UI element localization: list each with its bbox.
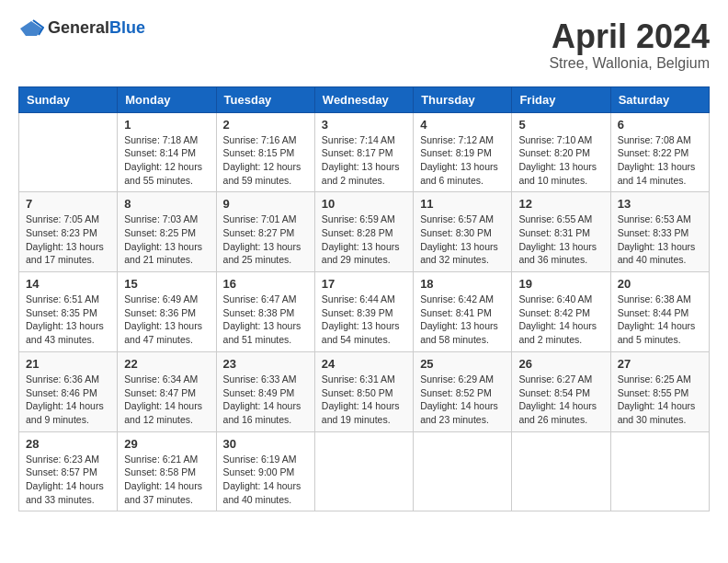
day-number: 20	[618, 277, 702, 291]
day-info: Sunrise: 7:08 AMSunset: 8:22 PMDaylight:…	[618, 133, 702, 188]
calendar-cell: 6Sunrise: 7:08 AMSunset: 8:22 PMDaylight…	[610, 112, 709, 192]
calendar-cell: 22Sunrise: 6:34 AMSunset: 8:47 PMDayligh…	[118, 351, 216, 431]
logo: GeneralBlue	[18, 18, 145, 38]
day-info: Sunrise: 6:42 AMSunset: 8:41 PMDaylight:…	[420, 293, 505, 347]
weekday-header: Friday	[512, 86, 610, 112]
logo-general-text: General	[48, 18, 109, 37]
calendar-cell: 12Sunrise: 6:55 AMSunset: 8:31 PMDayligh…	[512, 192, 610, 272]
day-info: Sunrise: 6:27 AMSunset: 8:54 PMDaylight:…	[518, 373, 603, 427]
day-number: 29	[124, 437, 209, 451]
logo-icon	[18, 19, 44, 38]
calendar-cell: 28Sunrise: 6:23 AMSunset: 8:57 PMDayligh…	[19, 431, 118, 511]
calendar-cell: 17Sunrise: 6:44 AMSunset: 8:39 PMDayligh…	[314, 272, 413, 352]
weekday-header: Thursday	[414, 86, 512, 112]
day-info: Sunrise: 6:38 AMSunset: 8:44 PMDaylight:…	[618, 293, 702, 347]
day-number: 22	[124, 357, 209, 371]
calendar-cell: 3Sunrise: 7:14 AMSunset: 8:17 PMDaylight…	[314, 112, 413, 192]
day-info: Sunrise: 6:23 AMSunset: 8:57 PMDaylight:…	[26, 453, 110, 507]
title-block: April 2024 Stree, Wallonia, Belgium	[549, 18, 710, 72]
day-info: Sunrise: 6:19 AMSunset: 9:00 PMDaylight:…	[223, 453, 308, 507]
calendar-week-row: 21Sunrise: 6:36 AMSunset: 8:46 PMDayligh…	[19, 351, 710, 431]
day-number: 9	[223, 197, 308, 211]
weekday-header: Monday	[118, 86, 216, 112]
day-info: Sunrise: 6:21 AMSunset: 8:58 PMDaylight:…	[124, 453, 209, 507]
day-number: 12	[518, 197, 603, 211]
day-info: Sunrise: 7:16 AMSunset: 8:15 PMDaylight:…	[223, 133, 308, 188]
calendar-week-row: 7Sunrise: 7:05 AMSunset: 8:23 PMDaylight…	[19, 192, 710, 272]
day-number: 25	[420, 357, 505, 371]
day-number: 2	[223, 118, 308, 132]
weekday-header: Wednesday	[314, 86, 413, 112]
day-number: 15	[124, 277, 209, 291]
day-number: 5	[518, 118, 603, 132]
location-subtitle: Stree, Wallonia, Belgium	[549, 55, 710, 72]
day-number: 26	[518, 357, 603, 371]
calendar-cell: 24Sunrise: 6:31 AMSunset: 8:50 PMDayligh…	[314, 351, 413, 431]
day-info: Sunrise: 6:25 AMSunset: 8:55 PMDaylight:…	[618, 373, 702, 427]
calendar-week-row: 14Sunrise: 6:51 AMSunset: 8:35 PMDayligh…	[19, 272, 710, 352]
day-info: Sunrise: 7:03 AMSunset: 8:25 PMDaylight:…	[124, 213, 209, 267]
calendar-cell: 4Sunrise: 7:12 AMSunset: 8:19 PMDaylight…	[414, 112, 512, 192]
day-info: Sunrise: 6:33 AMSunset: 8:49 PMDaylight:…	[223, 373, 308, 427]
calendar-header-row: SundayMondayTuesdayWednesdayThursdayFrid…	[19, 86, 710, 112]
calendar-cell	[610, 431, 709, 511]
calendar-cell	[414, 431, 512, 511]
calendar-cell: 20Sunrise: 6:38 AMSunset: 8:44 PMDayligh…	[610, 272, 709, 352]
calendar-cell: 18Sunrise: 6:42 AMSunset: 8:41 PMDayligh…	[414, 272, 512, 352]
day-info: Sunrise: 6:29 AMSunset: 8:52 PMDaylight:…	[420, 373, 505, 427]
day-number: 14	[26, 277, 110, 291]
weekday-header: Tuesday	[216, 86, 314, 112]
calendar-cell: 16Sunrise: 6:47 AMSunset: 8:38 PMDayligh…	[216, 272, 314, 352]
day-info: Sunrise: 6:34 AMSunset: 8:47 PMDaylight:…	[124, 373, 209, 427]
calendar-week-row: 28Sunrise: 6:23 AMSunset: 8:57 PMDayligh…	[19, 431, 710, 511]
day-number: 7	[26, 197, 110, 211]
weekday-header: Saturday	[610, 86, 709, 112]
day-info: Sunrise: 7:12 AMSunset: 8:19 PMDaylight:…	[420, 133, 505, 188]
calendar-cell: 15Sunrise: 6:49 AMSunset: 8:36 PMDayligh…	[118, 272, 216, 352]
weekday-header: Sunday	[19, 86, 118, 112]
calendar-cell: 1Sunrise: 7:18 AMSunset: 8:14 PMDaylight…	[118, 112, 216, 192]
calendar-week-row: 1Sunrise: 7:18 AMSunset: 8:14 PMDaylight…	[19, 112, 710, 192]
day-info: Sunrise: 6:59 AMSunset: 8:28 PMDaylight:…	[322, 213, 406, 267]
day-number: 11	[420, 197, 505, 211]
calendar-cell	[314, 431, 413, 511]
day-info: Sunrise: 6:31 AMSunset: 8:50 PMDaylight:…	[322, 373, 406, 427]
day-number: 4	[420, 118, 505, 132]
day-info: Sunrise: 6:57 AMSunset: 8:30 PMDaylight:…	[420, 213, 505, 267]
calendar-cell: 2Sunrise: 7:16 AMSunset: 8:15 PMDaylight…	[216, 112, 314, 192]
day-number: 21	[26, 357, 110, 371]
day-number: 10	[322, 197, 406, 211]
calendar-cell: 25Sunrise: 6:29 AMSunset: 8:52 PMDayligh…	[414, 351, 512, 431]
calendar-cell: 26Sunrise: 6:27 AMSunset: 8:54 PMDayligh…	[512, 351, 610, 431]
day-number: 17	[322, 277, 406, 291]
calendar-cell: 11Sunrise: 6:57 AMSunset: 8:30 PMDayligh…	[414, 192, 512, 272]
calendar-cell: 19Sunrise: 6:40 AMSunset: 8:42 PMDayligh…	[512, 272, 610, 352]
day-number: 1	[124, 118, 209, 132]
calendar-cell: 13Sunrise: 6:53 AMSunset: 8:33 PMDayligh…	[610, 192, 709, 272]
day-info: Sunrise: 6:49 AMSunset: 8:36 PMDaylight:…	[124, 293, 209, 347]
month-title: April 2024	[549, 18, 710, 55]
day-info: Sunrise: 7:10 AMSunset: 8:20 PMDaylight:…	[518, 133, 603, 188]
calendar-cell: 7Sunrise: 7:05 AMSunset: 8:23 PMDaylight…	[19, 192, 118, 272]
day-info: Sunrise: 6:51 AMSunset: 8:35 PMDaylight:…	[26, 293, 110, 347]
day-info: Sunrise: 7:01 AMSunset: 8:27 PMDaylight:…	[223, 213, 308, 267]
calendar-cell: 5Sunrise: 7:10 AMSunset: 8:20 PMDaylight…	[512, 112, 610, 192]
day-number: 28	[26, 437, 110, 451]
calendar-cell: 9Sunrise: 7:01 AMSunset: 8:27 PMDaylight…	[216, 192, 314, 272]
calendar-cell: 21Sunrise: 6:36 AMSunset: 8:46 PMDayligh…	[19, 351, 118, 431]
day-info: Sunrise: 6:44 AMSunset: 8:39 PMDaylight:…	[322, 293, 406, 347]
day-info: Sunrise: 7:18 AMSunset: 8:14 PMDaylight:…	[124, 133, 209, 188]
day-number: 24	[322, 357, 406, 371]
day-info: Sunrise: 6:53 AMSunset: 8:33 PMDaylight:…	[618, 213, 702, 267]
day-info: Sunrise: 6:47 AMSunset: 8:38 PMDaylight:…	[223, 293, 308, 347]
calendar-cell: 23Sunrise: 6:33 AMSunset: 8:49 PMDayligh…	[216, 351, 314, 431]
day-number: 23	[223, 357, 308, 371]
day-info: Sunrise: 7:14 AMSunset: 8:17 PMDaylight:…	[322, 133, 406, 188]
day-info: Sunrise: 6:36 AMSunset: 8:46 PMDaylight:…	[26, 373, 110, 427]
day-info: Sunrise: 6:40 AMSunset: 8:42 PMDaylight:…	[518, 293, 603, 347]
calendar-cell: 14Sunrise: 6:51 AMSunset: 8:35 PMDayligh…	[19, 272, 118, 352]
page-header: GeneralBlue April 2024 Stree, Wallonia, …	[18, 18, 710, 72]
day-number: 6	[618, 118, 702, 132]
calendar-cell: 27Sunrise: 6:25 AMSunset: 8:55 PMDayligh…	[610, 351, 709, 431]
logo-blue-text: Blue	[109, 18, 145, 37]
